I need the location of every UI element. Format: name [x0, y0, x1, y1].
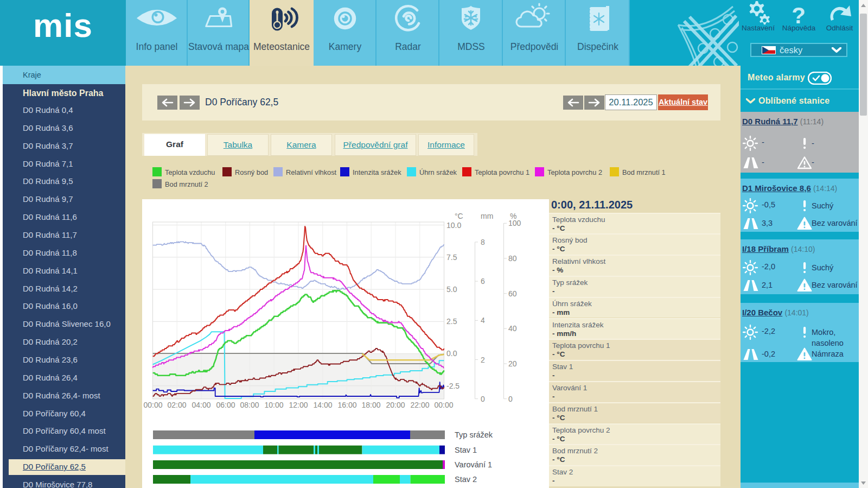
- svg-text:18:00: 18:00: [361, 401, 380, 409]
- svg-text:5.0: 5.0: [446, 285, 457, 294]
- svg-text:04:00: 04:00: [192, 401, 210, 409]
- svg-text:°C: °C: [455, 212, 463, 220]
- svg-text:14:00: 14:00: [313, 401, 332, 409]
- svg-text:10.0: 10.0: [446, 221, 461, 230]
- svg-text:06:00: 06:00: [216, 401, 235, 409]
- svg-text:-2.5: -2.5: [446, 382, 459, 390]
- svg-text:40: 40: [508, 324, 517, 333]
- svg-text:08:00: 08:00: [240, 401, 259, 409]
- svg-text:2: 2: [481, 356, 485, 364]
- svg-text:16:00: 16:00: [337, 401, 356, 409]
- svg-text:7.5: 7.5: [446, 253, 457, 262]
- svg-text:02:00: 02:00: [167, 401, 186, 409]
- svg-text:Varování 1: Varování 1: [455, 460, 492, 469]
- svg-text:Typ srážek: Typ srážek: [455, 430, 493, 439]
- svg-text:8: 8: [481, 238, 485, 246]
- svg-text:20: 20: [508, 359, 517, 368]
- svg-text:6: 6: [481, 277, 485, 286]
- svg-text:80: 80: [508, 254, 517, 263]
- svg-text:0: 0: [481, 395, 485, 403]
- svg-text:100: 100: [508, 219, 521, 227]
- svg-text:0: 0: [508, 395, 513, 403]
- svg-text:Stav 2: Stav 2: [455, 475, 477, 484]
- svg-text:20:00: 20:00: [386, 401, 405, 409]
- svg-text:Stav 1: Stav 1: [455, 446, 477, 454]
- svg-text:60: 60: [508, 289, 517, 298]
- svg-text:22:00: 22:00: [410, 401, 429, 409]
- svg-text:4: 4: [481, 316, 485, 325]
- svg-text:10:00: 10:00: [264, 401, 283, 409]
- svg-text:00:00: 00:00: [434, 401, 453, 409]
- svg-text:00:00: 00:00: [143, 401, 162, 409]
- svg-text:mm: mm: [481, 212, 493, 220]
- svg-text:2.5: 2.5: [446, 317, 457, 326]
- svg-text:0.0: 0.0: [446, 349, 457, 358]
- svg-text:12:00: 12:00: [289, 401, 308, 409]
